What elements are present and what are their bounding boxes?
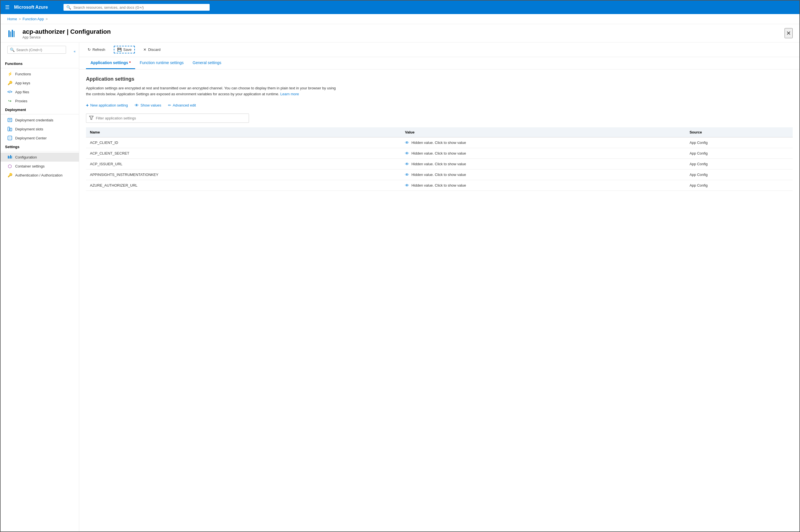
sidebar-item-functions[interactable]: ⚡ Functions (1, 70, 79, 78)
actions-row: + New application setting 👁 Show values … (86, 102, 793, 109)
sidebar-item-proxies[interactable]: ↪ Proxies (1, 96, 79, 106)
toolbar: ↻ Refresh 💾 Save ✕ Discard (79, 42, 799, 57)
svg-marker-15 (89, 116, 93, 119)
svg-rect-4 (8, 118, 12, 122)
eye-icon-row[interactable]: 👁 (405, 140, 409, 145)
table-row: ACP_CLIENT_ID 👁 Hidden value. Click to s… (86, 137, 793, 148)
resource-title-block: acp-authorizer | Configuration App Servi… (22, 28, 111, 39)
discard-button[interactable]: ✕ Discard (141, 46, 162, 53)
close-button[interactable]: ✕ (784, 28, 793, 38)
tab-function-runtime[interactable]: Function runtime settings (135, 57, 188, 69)
table-row: APPINSIGHTS_INSTRUMENTATIONKEY 👁 Hidden … (86, 169, 793, 180)
depcred-icon (7, 117, 12, 122)
table-cell-name: ACP_CLIENT_ID (86, 137, 401, 148)
svg-rect-12 (9, 156, 10, 158)
save-icon: 💾 (117, 48, 122, 52)
hidden-value-text: Hidden value. Click to show value (412, 140, 466, 145)
save-button[interactable]: 💾 Save (114, 46, 135, 53)
new-application-setting-button[interactable]: + New application setting (86, 102, 128, 109)
table-cell-name: APPINSIGHTS_INSTRUMENTATIONKEY (86, 169, 401, 180)
config-icon (7, 155, 12, 159)
sidebar-item-app-files[interactable]: </> App files (1, 88, 79, 96)
eye-icon-row[interactable]: 👁 (405, 172, 409, 177)
col-source-header: Source (686, 127, 793, 137)
tabs-row: Application settings * Function runtime … (79, 57, 799, 70)
appkeys-icon: 🔑 (7, 80, 12, 86)
sidebar-item-container-label: Container settings (15, 164, 45, 168)
settings-table: Name Value Source ACP_CLIENT_ID 👁 Hidden… (86, 127, 793, 191)
sidebar-search-input[interactable] (16, 48, 63, 52)
refresh-button[interactable]: ↻ Refresh (86, 46, 107, 53)
show-values-button[interactable]: 👁 Show values (135, 102, 161, 109)
eye-icon-row[interactable]: 👁 (405, 162, 409, 166)
sidebar-item-appfiles-label: App files (15, 90, 29, 94)
breadcrumb: Home > Function App > (1, 14, 799, 24)
breadcrumb-function-app[interactable]: Function App (22, 17, 44, 21)
refresh-icon: ↻ (88, 48, 91, 52)
global-search-input[interactable] (73, 5, 207, 10)
sidebar-item-deployment-slots[interactable]: Deployment slots (1, 125, 79, 133)
breadcrumb-sep-1: > (19, 17, 21, 21)
table-cell-value[interactable]: 👁 Hidden value. Click to show value (401, 137, 686, 148)
top-navigation: ☰ Microsoft Azure 🔍 (1, 1, 799, 14)
sidebar-item-auth[interactable]: 🔑 Authentication / Authorization (1, 171, 79, 179)
table-cell-source: App Config (686, 180, 793, 191)
svg-rect-14 (11, 156, 12, 158)
eye-icon: 👁 (135, 103, 139, 108)
learn-more-link[interactable]: Learn more (281, 92, 299, 96)
sidebar-item-configuration[interactable]: Configuration (1, 153, 79, 162)
tab-general-settings[interactable]: General settings (188, 57, 226, 69)
search-icon: 🔍 (66, 5, 71, 10)
svg-rect-2 (12, 30, 13, 37)
pencil-icon: ✏ (168, 103, 171, 107)
table-row: AZURE_AUTHORIZER_URL 👁 Hidden value. Cli… (86, 180, 793, 191)
hidden-value-text: Hidden value. Click to show value (412, 162, 466, 166)
eye-icon-row[interactable]: 👁 (405, 151, 409, 156)
global-search-bar: 🔍 (63, 4, 210, 11)
svg-rect-7 (8, 127, 9, 131)
appfiles-icon: </> (7, 89, 12, 94)
svg-rect-8 (10, 128, 12, 131)
resource-icon (7, 28, 19, 39)
table-cell-name: ACP_ISSUER_URL (86, 158, 401, 169)
filter-input[interactable] (96, 116, 246, 120)
sidebar-item-container-settings[interactable]: ⬡ Container settings (1, 162, 79, 171)
brand-name: Microsoft Azure (14, 5, 48, 10)
sidebar-item-proxies-label: Proxies (15, 99, 27, 103)
col-value-header: Value (401, 127, 686, 137)
filter-input-wrap (86, 114, 249, 123)
sidebar-item-deployment-center[interactable]: Deployment Center (1, 133, 79, 142)
content-area: ↻ Refresh 💾 Save ✕ Discard Applic (79, 42, 799, 531)
sidebar-section-settings: Settings (1, 142, 79, 150)
sidebar-collapse-button[interactable]: « (74, 50, 76, 53)
hamburger-icon[interactable]: ☰ (5, 4, 9, 11)
svg-rect-13 (10, 155, 11, 158)
auth-icon: 🔑 (7, 173, 12, 177)
functions-icon: ⚡ (7, 71, 12, 76)
table-cell-value[interactable]: 👁 Hidden value. Click to show value (401, 180, 686, 191)
sidebar-search-box: 🔍 (7, 46, 66, 54)
sidebar-item-auth-label: Authentication / Authorization (15, 173, 62, 177)
hidden-value-text: Hidden value. Click to show value (412, 173, 466, 177)
resource-title: acp-authorizer | Configuration (22, 28, 111, 35)
breadcrumb-home[interactable]: Home (7, 17, 17, 21)
sidebar-item-depcenter-label: Deployment Center (15, 136, 46, 140)
svg-rect-3 (14, 31, 15, 37)
depcenter-icon (7, 135, 12, 140)
table-cell-source: App Config (686, 137, 793, 148)
eye-icon-row[interactable]: 👁 (405, 183, 409, 188)
tab-application-settings[interactable]: Application settings * (86, 57, 135, 69)
sidebar-item-deployment-credentials[interactable]: Deployment credentials (1, 115, 79, 125)
sidebar-item-app-keys[interactable]: 🔑 App keys (1, 78, 79, 88)
table-cell-value[interactable]: 👁 Hidden value. Click to show value (401, 158, 686, 169)
sidebar: 🔍 « Functions ⚡ Functions 🔑 App keys (1, 42, 79, 531)
section-description: Application settings are encrypted at re… (86, 86, 339, 97)
table-cell-value[interactable]: 👁 Hidden value. Click to show value (401, 169, 686, 180)
svg-rect-0 (8, 30, 9, 37)
table-cell-value[interactable]: 👁 Hidden value. Click to show value (401, 148, 686, 158)
advanced-edit-button[interactable]: ✏ Advanced edit (168, 102, 196, 109)
sidebar-divider-2 (1, 114, 79, 114)
tab-asterisk: * (128, 60, 131, 65)
table-cell-source: App Config (686, 148, 793, 158)
sidebar-item-appkeys-label: App keys (15, 81, 30, 85)
